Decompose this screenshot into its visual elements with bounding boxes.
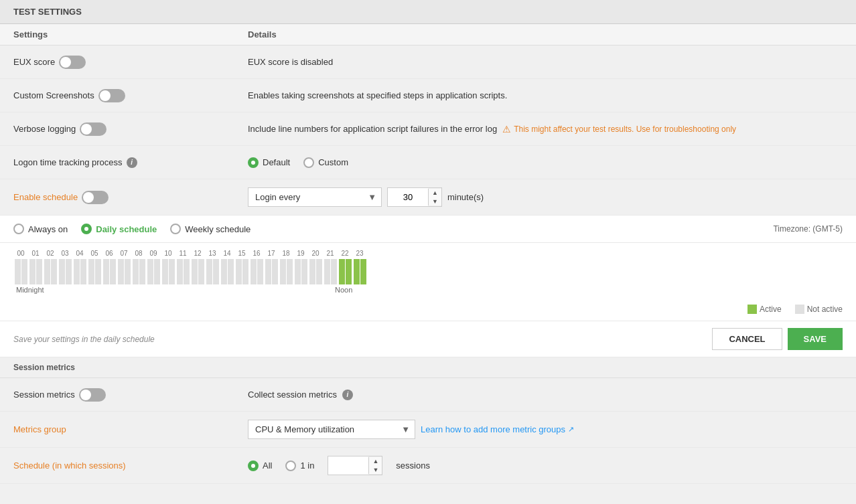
hour-block-16[interactable]: 16 <box>249 250 264 284</box>
hour-label-07: 07 <box>117 250 131 257</box>
sessions-up-button[interactable]: ▲ <box>369 457 382 466</box>
session-metrics-toggle[interactable] <box>79 388 106 402</box>
bars-pair-10 <box>162 259 175 284</box>
always-on-option[interactable]: Always on <box>13 224 68 234</box>
login-frequency-select[interactable]: Login every Login once <box>248 187 382 207</box>
custom-screenshots-row: Custom Screenshots Enables taking screen… <box>0 79 856 112</box>
weekly-schedule-radio <box>170 224 181 234</box>
hour-block-21[interactable]: 21 <box>323 250 338 284</box>
sessions-radio-group: All 1 in ▲ ▼ sessions <box>248 456 430 475</box>
save-button[interactable]: SAVE <box>788 328 843 350</box>
schedule-number-wrapper: ▲ ▼ <box>387 187 442 207</box>
number-up-button[interactable]: ▲ <box>429 189 441 197</box>
action-bar: Save your settings in the daily schedule… <box>0 321 856 357</box>
session-metrics-info-icon[interactable]: i <box>342 390 353 400</box>
hour-block-13[interactable]: 13 <box>205 250 220 284</box>
bar-22-0 <box>339 259 345 284</box>
eux-score-toggle[interactable] <box>59 56 86 69</box>
sessions-number-input[interactable] <box>328 456 368 475</box>
daily-schedule-option[interactable]: Daily schedule <box>81 224 157 234</box>
sessions-number-wrapper: ▲ ▼ <box>328 456 382 475</box>
bar-13-1 <box>213 259 219 284</box>
enable-schedule-label: Enable schedule <box>0 183 234 212</box>
eux-score-label: EUX score <box>0 48 234 77</box>
radio-1in[interactable]: 1 in <box>285 460 314 471</box>
bars-pair-00 <box>15 259 27 284</box>
hour-block-18[interactable]: 18 <box>279 250 293 284</box>
logon-time-info-icon[interactable]: i <box>127 157 137 168</box>
hour-block-09[interactable]: 09 <box>146 250 161 284</box>
bars-pair-20 <box>309 259 322 284</box>
bars-pair-01 <box>29 259 42 284</box>
hour-label-19: 19 <box>293 250 308 257</box>
page-title: TEST SETTINGS <box>0 0 856 24</box>
bar-15-1 <box>242 259 248 284</box>
hour-label-05: 05 <box>87 250 102 257</box>
hour-label-23: 23 <box>352 250 367 257</box>
metrics-group-select[interactable]: CPU & Memory utilization Network metrics <box>248 420 415 439</box>
daily-schedule-radio <box>81 224 92 234</box>
toggle-track <box>98 89 125 102</box>
schedule-sessions-detail: All 1 in ▲ ▼ sessions <box>234 448 856 483</box>
sessions-down-button[interactable]: ▼ <box>369 466 382 475</box>
hour-label-06: 06 <box>102 250 117 257</box>
hour-label-04: 04 <box>72 250 87 257</box>
hour-block-02[interactable]: 02 <box>43 250 58 284</box>
hour-block-10[interactable]: 10 <box>161 250 175 284</box>
bar-04-1 <box>80 259 86 284</box>
radio-custom[interactable]: Custom <box>303 157 348 168</box>
bars-pair-06 <box>103 259 116 284</box>
page-wrapper: TEST SETTINGS Settings Details EUX score… <box>0 0 856 484</box>
hour-block-11[interactable]: 11 <box>175 250 190 284</box>
hour-block-19[interactable]: 19 <box>293 250 308 284</box>
hour-block-12[interactable]: 12 <box>190 250 205 284</box>
hour-block-07[interactable]: 07 <box>117 250 131 284</box>
details-column-header: Details <box>248 29 843 39</box>
custom-screenshots-toggle[interactable] <box>98 89 125 102</box>
hour-block-05[interactable]: 05 <box>87 250 102 284</box>
bar-17-1 <box>272 259 278 284</box>
eux-score-row: EUX score EUX score is disabled <box>0 46 856 79</box>
hour-block-20[interactable]: 20 <box>308 250 323 284</box>
hour-block-15[interactable]: 15 <box>234 250 249 284</box>
hour-block-06[interactable]: 06 <box>102 250 117 284</box>
weekly-schedule-option[interactable]: Weekly schedule <box>170 224 251 234</box>
bar-20-1 <box>316 259 322 284</box>
radio-all[interactable]: All <box>248 460 272 471</box>
hour-block-04[interactable]: 04 <box>72 250 87 284</box>
hour-block-08[interactable]: 08 <box>131 250 146 284</box>
bars-pair-08 <box>133 259 145 284</box>
action-buttons: CANCEL SAVE <box>712 328 843 350</box>
active-legend: Active <box>747 305 782 314</box>
logon-time-radio-group: Default Custom <box>248 157 348 168</box>
cancel-button[interactable]: CANCEL <box>712 328 782 350</box>
section-header: Settings Details <box>0 24 856 46</box>
hour-block-03[interactable]: 03 <box>58 250 72 284</box>
number-down-button[interactable]: ▼ <box>429 197 441 206</box>
learn-more-link[interactable]: Learn how to add more metric groups ↗ <box>421 424 574 434</box>
radio-1in-circle <box>285 460 296 471</box>
bar-02-1 <box>51 259 57 284</box>
hour-block-22[interactable]: 22 <box>338 250 352 284</box>
bars-pair-22 <box>339 259 352 284</box>
sessions-number-arrows: ▲ ▼ <box>368 457 382 475</box>
schedule-number-input[interactable] <box>388 188 428 206</box>
hour-block-01[interactable]: 01 <box>28 250 43 284</box>
bars-pair-11 <box>177 259 190 284</box>
bar-10-1 <box>169 259 175 284</box>
session-metrics-label: Session metrics <box>0 380 234 410</box>
hour-block-17[interactable]: 17 <box>264 250 279 284</box>
enable-schedule-toggle[interactable] <box>82 191 109 204</box>
hour-block-23[interactable]: 23 <box>352 250 367 284</box>
hour-block-00[interactable]: 00 <box>13 250 28 284</box>
external-link-icon: ↗ <box>568 425 574 434</box>
noon-label: Noon <box>335 286 352 294</box>
radio-default[interactable]: Default <box>248 157 290 168</box>
hour-label-20: 20 <box>308 250 323 257</box>
verbose-logging-toggle[interactable] <box>80 122 106 136</box>
hour-label-12: 12 <box>190 250 205 257</box>
bars-pair-18 <box>280 259 293 284</box>
toggle-thumb <box>80 390 91 400</box>
bar-15-0 <box>236 259 242 284</box>
hour-block-14[interactable]: 14 <box>220 250 234 284</box>
